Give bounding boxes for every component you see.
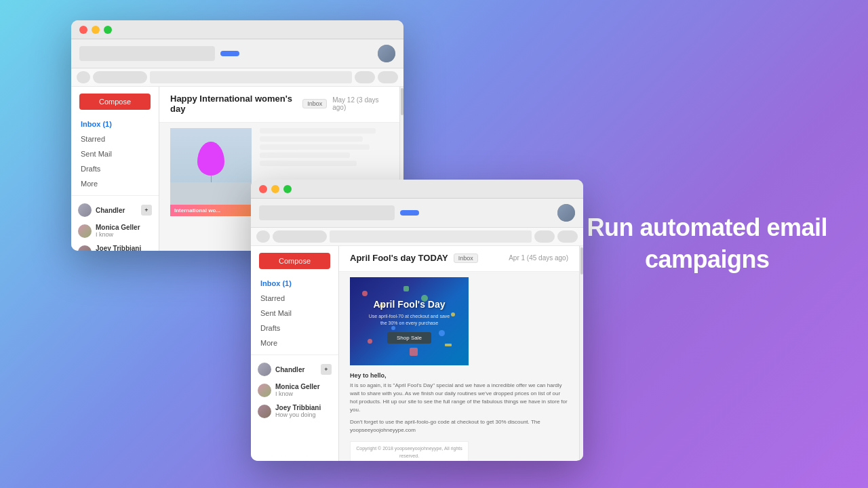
compose-button-toolbar-1[interactable]	[220, 51, 239, 56]
nav-tab-more-2[interactable]	[534, 230, 555, 243]
maximize-button-1[interactable]	[104, 26, 112, 34]
nav-tab-primary-2[interactable]	[256, 230, 270, 243]
sidebar-item-sent-1[interactable]: Sent Mail	[71, 146, 159, 161]
nav-tab-extra-2[interactable]	[557, 230, 578, 243]
traffic-lights-1	[79, 26, 112, 34]
email-header-2: April Fool's day TODAY Inbox Apr 1 (45 d…	[339, 246, 579, 272]
nav-tab-social[interactable]	[93, 71, 147, 83]
sidebar-item-starred-2[interactable]: Starred	[251, 291, 338, 306]
para1: It is so again, it is "April Fool's Day"…	[350, 382, 568, 414]
email-image-1: International wo...	[170, 128, 252, 216]
inbox-badge-2: Inbox	[454, 253, 478, 263]
nav-tabs-2	[251, 228, 583, 246]
email-date-2: Apr 1 (45 days ago)	[509, 254, 568, 262]
contact-monica-1[interactable]: Monica Geller I know	[71, 220, 159, 241]
nav-tab-extra[interactable]	[378, 71, 398, 83]
email-body-2: Compose Inbox (1) Starred Sent Mail Draf…	[251, 246, 583, 461]
email-date-1: May 12 (3 days ago)	[332, 96, 389, 111]
avatar-1	[378, 45, 395, 62]
promo-text: Run automated email campaigns	[587, 212, 827, 276]
nav-tab-more[interactable]	[355, 71, 375, 83]
nav-tab-primary[interactable]	[77, 71, 90, 83]
sidebar-item-more-1[interactable]: More	[71, 176, 159, 191]
sidebar-item-starred-1[interactable]: Starred	[71, 131, 159, 146]
email-subject-2: April Fool's day TODAY	[350, 253, 448, 263]
email-window-2: Compose Inbox (1) Starred Sent Mail Draf…	[251, 180, 583, 461]
sidebar-item-inbox-1[interactable]: Inbox (1)	[71, 117, 159, 131]
titlebar-1	[71, 20, 403, 39]
email-subject-1: Happy International women's day	[170, 94, 297, 114]
promo-section: Run automated email campaigns	[587, 212, 827, 276]
search-bar-1	[79, 46, 215, 61]
contact-chandler-1[interactable]: Chandler +	[71, 200, 159, 220]
close-button-2[interactable]	[259, 185, 267, 193]
contact-joey-2[interactable]: Joey Tribbiani How you doing	[251, 401, 338, 422]
toolbar-1	[71, 39, 403, 68]
compose-btn-1[interactable]: Compose	[79, 94, 151, 110]
april-fools-subtitle: Use april-fool-70 at checkout and saveth…	[369, 313, 450, 327]
email-scroll-2[interactable]: April Fool's Day Use april-fool-70 at ch…	[339, 272, 579, 461]
traffic-lights-2	[259, 185, 292, 193]
toolbar-2	[251, 199, 583, 228]
april-fools-banner: April Fool's Day Use april-fool-70 at ch…	[350, 277, 469, 365]
minimize-button-2[interactable]	[271, 185, 279, 193]
close-button-1[interactable]	[79, 26, 87, 34]
sidebar-1: Compose Inbox (1) Starred Sent Mail Draf…	[71, 87, 159, 251]
banner-text-1: International wo...	[174, 207, 248, 214]
titlebar-2	[251, 180, 583, 199]
scrollbar-2[interactable]	[579, 246, 583, 461]
minimize-button-1[interactable]	[92, 26, 100, 34]
email-header-1: Happy International women's day Inbox Ma…	[159, 87, 399, 123]
footer-address-label: Our mailing address is:	[385, 460, 434, 461]
para2: Don't forget to use the april-foolo-go c…	[350, 418, 568, 434]
sidebar-2: Compose Inbox (1) Starred Sent Mail Draf…	[251, 246, 339, 461]
contact-chandler-2[interactable]: Chandler +	[251, 359, 338, 380]
email-main-2: April Fool's day TODAY Inbox Apr 1 (45 d…	[339, 246, 579, 461]
compose-btn-2[interactable]: Compose	[259, 253, 330, 269]
maximize-button-2[interactable]	[283, 185, 292, 193]
footer-copyright: Copyright © 2018 yoopseeyoojohneyype, Al…	[351, 445, 468, 460]
shop-sale-button[interactable]: Shop Sale	[387, 332, 431, 344]
email-body-text: Hey to hello, It is so again, it is "Apr…	[350, 372, 568, 434]
sidebar-item-inbox-2[interactable]: Inbox (1)	[251, 276, 338, 291]
nav-tab-social-2[interactable]	[273, 230, 327, 243]
sidebar-item-sent-2[interactable]: Sent Mail	[251, 306, 338, 321]
contact-monica-2[interactable]: Monica Geller I know	[251, 380, 338, 401]
contact-joey-1[interactable]: Joey Tribbiani How you doing	[71, 241, 159, 251]
avatar-2	[557, 204, 575, 222]
search-bar-2	[259, 205, 395, 220]
sidebar-item-drafts-2[interactable]: Drafts	[251, 321, 338, 336]
sidebar-item-drafts-1[interactable]: Drafts	[71, 161, 159, 176]
inbox-badge-1: Inbox	[302, 99, 327, 108]
email-footer-image: Copyright © 2018 yoopseeyoojohneyype, Al…	[350, 441, 469, 461]
greeting: Hey to hello,	[350, 372, 568, 379]
april-fools-title: April Fool's Day	[373, 299, 445, 310]
sidebar-item-more-2[interactable]: More	[251, 336, 338, 350]
nav-tabs-1	[71, 68, 403, 87]
compose-button-toolbar-2[interactable]	[400, 210, 419, 216]
